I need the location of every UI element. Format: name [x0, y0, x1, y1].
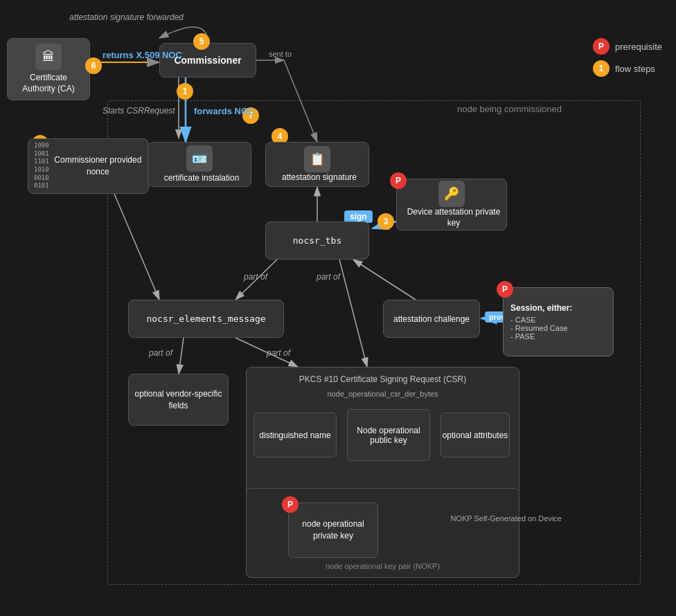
session-resumed: - Resumed Case — [510, 324, 568, 332]
step1-badge: 1 — [177, 83, 193, 100]
attest-sig-forwarded-label: attestation signature forwarded — [69, 12, 184, 22]
nocsr-elements-node: nocsr_elements_message — [128, 300, 284, 338]
prerequisite-badge: P — [593, 38, 610, 55]
nocsr-elements-label: nocsr_elements_message — [146, 314, 265, 324]
opt-attrs-node: optional attributes — [441, 413, 510, 458]
csr-subtitle: node_operational_csr_der_bytes — [254, 390, 512, 398]
part-of-4: part of — [267, 348, 290, 358]
part-of-1: part of — [244, 272, 267, 282]
op-pubkey-label: Node operational public key — [348, 426, 429, 445]
diagram-container: node being commissioned — [0, 0, 676, 616]
sent-to-label: sent to — [269, 50, 292, 58]
step6-badge: 6 — [85, 57, 102, 74]
session-case: - CASE — [510, 316, 536, 324]
binary-icon: 100010011101101000100101 — [34, 142, 49, 190]
attest-sig-label: attestation signature — [282, 172, 357, 183]
nokp-self-gen-label: NOKP Self-Generated on Device — [450, 514, 562, 523]
nokp-p-badge: P — [282, 496, 299, 513]
nocsr-tbs-label: nocsr_tbs — [293, 235, 341, 246]
device-attest-p-badge: P — [390, 172, 407, 189]
opt-attrs-label: optional attributes — [443, 431, 508, 440]
nocsr-tbs-node: nocsr_tbs — [265, 221, 369, 260]
cert-install-icon: 🪪 — [186, 145, 213, 172]
session-pase: - PASE — [510, 332, 535, 341]
attest-challenge-label: attestation challenge — [393, 314, 470, 324]
device-attest-icon: 🔑 — [438, 181, 465, 207]
attest-sig-icon: 📋 — [304, 146, 330, 172]
flow-steps-badge: 1 — [593, 60, 610, 77]
csr-title: PKCS #10 Certificate Signing Request (CS… — [254, 374, 512, 384]
attest-sig-node: 📋 attestation signature — [265, 142, 369, 187]
csr-container: PKCS #10 Certificate Signing Request (CS… — [246, 367, 519, 502]
op-pubkey-node: Node operational public key — [347, 409, 430, 461]
optional-vendor-label: optional vendor-specific fields — [134, 388, 222, 412]
forwards-noc-label: forwards NOC — [194, 106, 254, 116]
step5-badge: 5 — [193, 33, 210, 50]
commissioned-label: node being commissioned — [457, 104, 562, 114]
part-of-2: part of — [317, 272, 340, 282]
commissioner-label: Commissioner — [174, 55, 241, 66]
session-p-badge: P — [497, 281, 513, 298]
starts-csr-label: Starts CSRRequest — [103, 106, 175, 116]
returns-x509-label: returns X.509 NOC — [103, 50, 182, 60]
nokp-footer: node operational key pair (NOKP) — [326, 562, 440, 570]
nokp-inner-label: node operational private key — [289, 518, 377, 542]
optional-vendor-node: optional vendor-specific fields — [128, 374, 229, 426]
distinguished-name-node: distinguished name — [254, 413, 337, 458]
device-attest-node: P 🔑 Device attestation private key — [396, 179, 507, 230]
part-of-3: part of — [149, 348, 172, 358]
distinguished-name-label: distinguished name — [259, 431, 330, 440]
step3-badge: 3 — [377, 213, 394, 230]
cert-install-label: certificate instalation — [164, 173, 240, 184]
nokp-inner-node: P node operational private key — [288, 502, 378, 558]
session-node: P Session, either: - CASE - Resumed Case… — [503, 287, 614, 356]
session-title: Session, either: — [510, 303, 572, 313]
ca-node: 🏛 Certificate Authority (CA) — [7, 38, 90, 100]
legend-prerequisite: P prerequisite — [593, 38, 662, 55]
nokp-container: P node operational private key node oper… — [246, 488, 519, 578]
ca-icon: 🏛 — [35, 44, 62, 70]
ca-label: Certificate Authority (CA) — [13, 73, 84, 94]
device-attest-label: Device attestation private key — [407, 207, 501, 228]
attest-challenge-node: attestation challenge — [383, 300, 480, 338]
nonce-label: Commissioner provided nonce — [53, 154, 143, 178]
cert-install-node: 🪪 certificate instalation — [148, 142, 251, 187]
commissioner-nonce-node: 100010011101101000100101 Commissioner pr… — [28, 138, 149, 194]
legend: P prerequisite 1 flow steps — [593, 38, 662, 77]
legend-flow-steps: 1 flow steps — [593, 60, 662, 77]
